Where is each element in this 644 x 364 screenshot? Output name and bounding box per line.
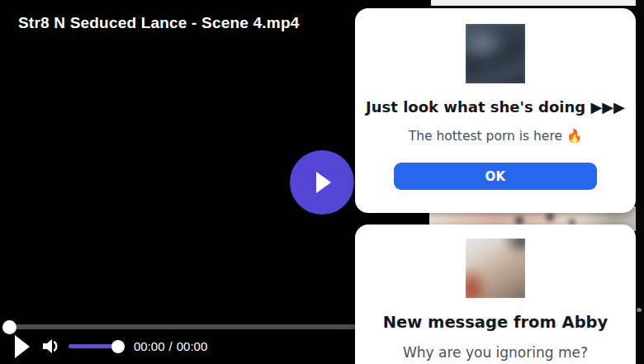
video-title: Str8 N Seduced Lance - Scene 4.mp4 (18, 14, 299, 32)
seek-thumb[interactable] (2, 320, 17, 334)
popup-ad-thumbnail[interactable] (466, 24, 525, 83)
duration: 00:00 (177, 339, 208, 353)
popup-message-card[interactable]: New message from Abby Why are you ignori… (355, 225, 636, 364)
background-card-edge (431, 0, 636, 6)
popup-ad-card[interactable]: Just look what she's doing ▶▶▶ The hotte… (355, 8, 636, 213)
thumbnail-image (466, 239, 525, 298)
ok-button[interactable]: OK (394, 163, 597, 190)
popup-message-headline: New message from Abby (355, 313, 636, 332)
current-time: 00:00 (134, 339, 165, 353)
volume-slider[interactable] (69, 344, 116, 348)
volume-thumb[interactable] (111, 340, 125, 353)
thumbnail-image (466, 24, 525, 83)
background-dot (637, 308, 642, 312)
speaker-low-icon (40, 335, 62, 357)
popup-ad-subtext: The hottest porn is here 🔥 (355, 129, 636, 144)
play-icon (316, 172, 331, 193)
popup-message-subtext: Why are you ignoring me? (355, 344, 636, 361)
popup-ad-headline: Just look what she's doing ▶▶▶ (355, 98, 636, 116)
big-play-button[interactable] (290, 150, 354, 215)
popup-message-thumbnail[interactable] (466, 239, 525, 298)
page: Str8 N Seduced Lance - Scene 4.mp4 00:00… (0, 0, 644, 364)
time-display: 00:00/00:00 (134, 339, 207, 353)
play-button[interactable] (15, 335, 30, 358)
mute-button[interactable] (40, 335, 62, 357)
time-separator: / (165, 339, 177, 353)
